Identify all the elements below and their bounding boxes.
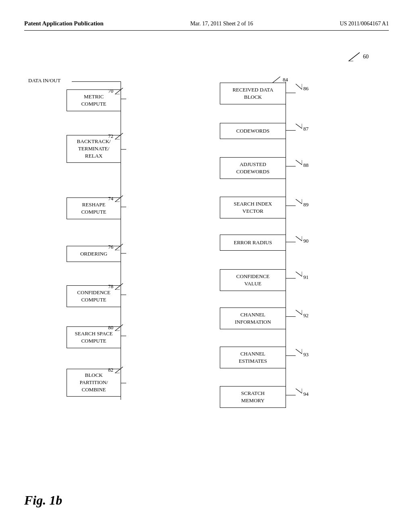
bracket-90-icon	[296, 236, 302, 241]
hline-82	[121, 383, 126, 383]
svg-line-22	[296, 160, 302, 165]
ref-91-num: 91	[303, 274, 309, 281]
ref-89-num: 89	[303, 202, 309, 208]
hline-92	[286, 316, 296, 317]
svg-line-34	[296, 389, 302, 393]
main-vertical-line	[121, 81, 121, 400]
arrow-78-icon	[115, 283, 123, 290]
svg-line-26	[296, 236, 302, 241]
arrow-icon-60	[348, 52, 360, 61]
svg-line-14	[115, 367, 123, 373]
header-right: US 2011/0064167 A1	[340, 21, 389, 27]
hline-70	[121, 99, 126, 99]
ref-82: 82	[108, 367, 123, 373]
svg-line-24	[296, 199, 302, 204]
ref-76: 76	[108, 244, 123, 250]
ref-72: 72	[108, 133, 123, 139]
box-error-radius: ERROR RADIUS	[220, 235, 286, 251]
bracket-89	[296, 198, 302, 206]
bracket-90	[296, 235, 302, 243]
bracket-94	[296, 388, 302, 395]
svg-line-8	[115, 244, 123, 250]
hline-80	[121, 336, 126, 336]
ref-60-number: 60	[363, 54, 369, 60]
ref-70: 70	[108, 88, 123, 94]
box-channel-estimates: CHANNELESTIMATES	[220, 347, 286, 368]
ref-88-num: 88	[303, 162, 309, 168]
page: Patent Application Publication Mar. 17, …	[0, 0, 413, 532]
svg-line-28	[296, 272, 302, 276]
svg-line-10	[115, 283, 123, 290]
bracket-91-icon	[296, 272, 302, 276]
ref-90-num: 90	[303, 238, 309, 244]
arrow-82-icon	[115, 367, 123, 373]
svg-line-20	[296, 124, 302, 129]
arrow-74-icon	[115, 195, 123, 202]
hline-94	[286, 395, 296, 395]
box-adjusted-codewords: ADJUSTEDCODEWORDS	[220, 157, 286, 179]
svg-line-30	[296, 310, 302, 315]
svg-line-6	[115, 195, 123, 202]
svg-line-0	[348, 52, 360, 61]
fig-label: Fig. 1b	[24, 493, 62, 508]
bracket-87-icon	[296, 124, 302, 129]
header-left: Patent Application Publication	[24, 20, 104, 27]
hline-78	[121, 295, 126, 295]
bracket-93	[296, 348, 302, 355]
arrow-72-icon	[115, 133, 123, 139]
ref-80: 80	[108, 324, 123, 331]
hline-88	[286, 166, 296, 166]
ref-60-label: 60	[348, 52, 369, 61]
svg-line-2	[115, 88, 123, 94]
bracket-87	[296, 124, 302, 130]
hline-90	[286, 242, 296, 242]
ref-84: 84	[272, 77, 288, 83]
hline-87	[286, 130, 296, 131]
bracket-94-icon	[296, 389, 302, 393]
header-center: Mar. 17, 2011 Sheet 2 of 16	[190, 21, 253, 27]
ref-93-num: 93	[303, 351, 309, 358]
box-channel-information: CHANNELINFORMATION	[220, 308, 286, 329]
svg-line-18	[296, 84, 302, 89]
box-codewords: CODEWORDS	[220, 123, 286, 139]
hline-86	[286, 93, 296, 93]
diagram: 60 DATA IN/OUT METRICCOMPUTE 70 BACKTRAC…	[24, 60, 389, 468]
box-confidence-value: CONFIDENCEVALUE	[220, 269, 286, 291]
ref-86-num: 86	[303, 85, 309, 92]
svg-line-32	[296, 349, 302, 354]
bracket-91	[296, 271, 302, 278]
bracket-89-icon	[296, 199, 302, 204]
header: Patent Application Publication Mar. 17, …	[24, 20, 389, 31]
box-received-data: RECEIVED DATABLOCK	[220, 83, 286, 104]
ref-94-num: 94	[303, 391, 309, 397]
box-search-index: SEARCH INDEXVECTOR	[220, 197, 286, 218]
ref-74: 74	[108, 195, 123, 202]
bracket-92-icon	[296, 310, 302, 315]
bracket-86-icon	[296, 84, 302, 89]
data-inout-line	[72, 81, 121, 82]
hline-91	[286, 278, 296, 278]
svg-line-4	[115, 133, 123, 139]
hline-72	[121, 149, 126, 150]
svg-line-12	[115, 324, 123, 331]
data-inout-label: DATA IN/OUT	[28, 77, 60, 84]
arrow-70-icon	[115, 88, 123, 94]
ref-87-num: 87	[303, 126, 309, 132]
hline-89	[286, 206, 296, 206]
box-scratch-memory: SCRATCHMEMORY	[220, 386, 286, 408]
hline-76	[121, 253, 126, 254]
hline-74	[121, 207, 126, 207]
bracket-93-icon	[296, 349, 302, 354]
arrow-80-icon	[115, 324, 123, 331]
bracket-92	[296, 309, 302, 316]
bracket-88-icon	[296, 160, 302, 165]
bracket-88	[296, 159, 302, 166]
arrow-76-icon	[115, 244, 123, 250]
ref-86	[296, 84, 302, 91]
ref-92-num: 92	[303, 312, 309, 319]
hline-93	[286, 355, 296, 356]
ref-78: 78	[108, 283, 123, 290]
svg-line-16	[272, 77, 280, 83]
arrow-84-icon	[272, 77, 280, 83]
